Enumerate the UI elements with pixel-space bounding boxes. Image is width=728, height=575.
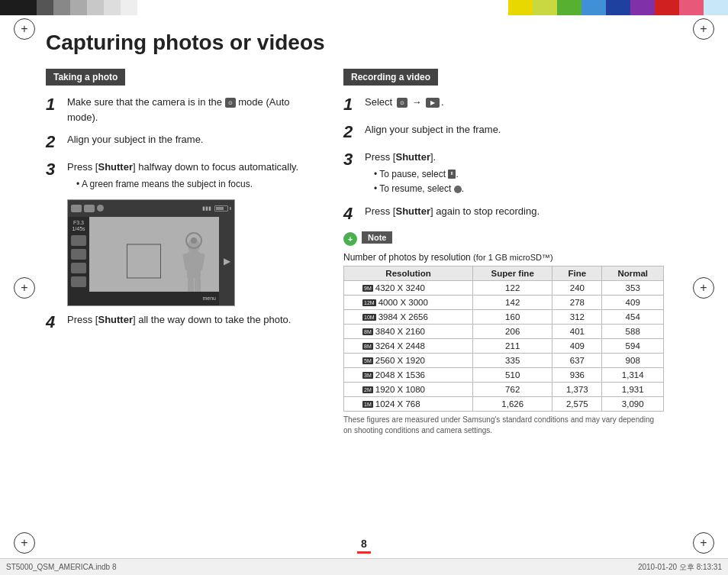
reg-mark-top-right <box>693 18 714 40</box>
note-section: + Note Number of photos by resolution (f… <box>343 231 664 436</box>
cell-normal: 1,314 <box>602 367 664 382</box>
cell-normal: 594 <box>602 338 664 353</box>
note-label: Note <box>362 231 392 244</box>
cell-fine: 401 <box>552 324 602 338</box>
mid-gray-swatch <box>53 0 70 15</box>
vf-icon2 <box>84 205 95 212</box>
step-1: 1 Make sure that the camera is in the ⊙ … <box>46 95 321 124</box>
table-row: 12M4000 X 3000 142 278 409 <box>344 295 664 309</box>
green-swatch <box>557 0 581 15</box>
table-footnote: These figures are measured under Samsung… <box>343 415 664 436</box>
cell-fine: 240 <box>552 280 602 295</box>
cell-sf: 206 <box>473 324 552 338</box>
reg-mark-mid-left <box>14 277 35 299</box>
dark-gray-swatch <box>37 0 53 15</box>
cell-fine: 936 <box>552 367 602 382</box>
col-super-fine: Super fine <box>473 266 552 280</box>
vid-step-2: 2 Align your subject in the frame. <box>343 122 664 142</box>
light-blue-swatch <box>704 0 728 15</box>
step-2-num: 2 <box>46 132 67 152</box>
near-white-swatch <box>121 0 137 15</box>
cell-sf: 1,626 <box>473 396 552 411</box>
reg-mark-bottom-right <box>693 532 714 554</box>
vid-step-1-num: 1 <box>343 95 365 115</box>
table-row: 3M2048 X 1536 510 936 1,314 <box>344 367 664 382</box>
red-swatch <box>655 0 679 15</box>
cell-normal: 1,931 <box>602 382 664 396</box>
vf-arrow-icon: ▶ <box>224 256 230 267</box>
viewfinder-focus-box <box>127 244 161 278</box>
vid-step-4: 4 Press [Shutter] again to stop recordin… <box>343 204 664 224</box>
col-resolution: Resolution <box>344 266 473 280</box>
table-row: 8M3264 X 2448 211 409 594 <box>344 338 664 353</box>
col-fine: Fine <box>552 266 602 280</box>
very-light-gray-swatch <box>104 0 121 15</box>
step-1-text: Make sure that the camera is in the ⊙ mo… <box>67 95 321 124</box>
vid-step-3-bullet-2: To resume, select . <box>374 182 664 196</box>
blue-swatch <box>606 0 630 15</box>
vf-menu-text: menu <box>202 296 216 301</box>
viewfinder-bottom: menu <box>89 292 219 305</box>
step-1-num: 1 <box>46 95 67 115</box>
vid-step-3: 3 Press [Shutter]. To pause, select ⏸. T… <box>343 150 664 196</box>
cell-normal: 409 <box>602 295 664 309</box>
table-title: Number of photos by resolution (for 1 GB… <box>343 252 664 263</box>
vid-step-2-text: Align your subject in the frame. <box>365 122 664 137</box>
cell-sf: 160 <box>473 309 552 324</box>
reg-mark-bottom-left <box>14 532 35 554</box>
step-4: 4 Press [Shutter] all the way down to ta… <box>46 312 321 332</box>
cell-sf: 122 <box>473 280 552 295</box>
top-spacer <box>137 0 508 15</box>
viewfinder-top-bar: ▮▮▮ <box>68 200 234 217</box>
step-3-num: 3 <box>46 160 67 179</box>
taking-photo-header: Taking a photo <box>46 69 125 86</box>
cell-sf: 142 <box>473 295 552 309</box>
vid-step-4-text: Press [Shutter] again to stop recording. <box>365 204 664 219</box>
page-title: Capturing photos or videos <box>46 31 687 55</box>
vf-settings-icon <box>185 232 202 249</box>
table-row: 10M3984 X 2656 160 312 454 <box>344 309 664 324</box>
cell-normal: 588 <box>602 324 664 338</box>
light-gray-swatch <box>70 0 87 15</box>
resolution-table: Resolution Super fine Fine Normal 9M4320… <box>343 266 664 412</box>
vf-left-icon4 <box>71 276 86 287</box>
vf-icon3 <box>97 205 104 212</box>
step-2-text: Align your subject in the frame. <box>67 132 321 147</box>
cell-normal: 353 <box>602 280 664 295</box>
step-3-bullets: A green frame means the subject in focus… <box>76 177 321 192</box>
left-column: Taking a photo 1 Make sure that the came… <box>46 69 321 436</box>
cell-fine: 2,575 <box>552 396 602 411</box>
cell-normal: 454 <box>602 309 664 324</box>
cell-resolution: 9M4320 X 3240 <box>344 280 473 295</box>
viewfinder-left-bar: F3.31/45s <box>68 217 89 305</box>
recording-video-header: Recording a video <box>343 69 438 86</box>
cell-sf: 762 <box>473 382 552 396</box>
vid-step-1: 1 Select ⊙ → ▶. <box>343 95 664 115</box>
cell-resolution: 8M3840 X 2160 <box>344 324 473 338</box>
vf-battery: ▮▮▮ <box>202 205 231 212</box>
viewfinder-right-strip: ▶ <box>219 217 234 305</box>
table-header-row: Resolution Super fine Fine Normal <box>344 266 664 280</box>
date-info: 2010-01-20 오후 8:13:31 <box>638 562 722 573</box>
bottom-strip: ST5000_QSM_AMERICA.indb 8 2010-01-20 오후 … <box>0 558 728 575</box>
cell-normal: 3,090 <box>602 396 664 411</box>
page-bar <box>357 551 371 554</box>
step-2: 2 Align your subject in the frame. <box>46 132 321 152</box>
col-normal: Normal <box>602 266 664 280</box>
note-icon: + <box>343 232 357 246</box>
cell-fine: 312 <box>552 309 602 324</box>
violet-swatch <box>630 0 655 15</box>
table-row: 2M1920 X 1080 762 1,373 1,931 <box>344 382 664 396</box>
vid-step-3-bullet-1: To pause, select ⏸. <box>374 167 664 182</box>
yellow-green-swatch <box>533 0 557 15</box>
pink-swatch <box>679 0 704 15</box>
vf-left-icon3 <box>71 263 86 273</box>
reg-mark-mid-right <box>693 277 714 299</box>
vid-step-1-text: Select ⊙ → ▶. <box>365 95 664 110</box>
right-column: Recording a video 1 Select ⊙ → ▶. 2 Alig… <box>343 69 664 436</box>
cell-sf: 211 <box>473 338 552 353</box>
cell-resolution: 12M4000 X 3000 <box>344 295 473 309</box>
reg-mark-top-left <box>14 18 35 40</box>
cell-resolution: 5M2560 X 1920 <box>344 353 473 367</box>
camera-preview: ▮▮▮ F3.31/45s <box>67 199 235 306</box>
